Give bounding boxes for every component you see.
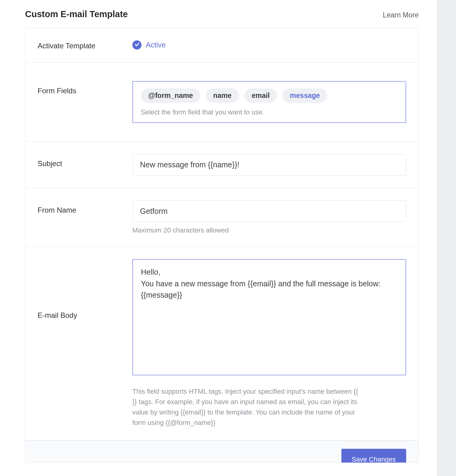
right-gutter xyxy=(437,0,456,476)
section-activate: Activate Template Active xyxy=(25,28,418,63)
settings-card: Activate Template Active Form Fields xyxy=(25,28,419,463)
form-fields-pills: @form_name name email message xyxy=(141,88,398,103)
section-from-name: From Name Maximum 20 characters allowed xyxy=(25,188,418,247)
header: Custom E-mail Template Learn More xyxy=(25,9,419,19)
section-email-body: E-mail Body This field supports HTML tag… xyxy=(25,247,418,441)
field-pill-name[interactable]: name xyxy=(206,88,239,103)
section-form-fields: Form Fields @form_name name email messag… xyxy=(25,63,418,142)
check-icon xyxy=(134,42,140,48)
field-pill-email[interactable]: email xyxy=(245,88,277,103)
activate-status: Active xyxy=(146,41,166,49)
activate-label: Activate Template xyxy=(38,40,132,50)
from-name-hint: Maximum 20 characters allowed xyxy=(132,226,406,234)
subject-input[interactable] xyxy=(132,154,406,176)
form-fields-hint: Select the form field that you want to u… xyxy=(141,108,398,116)
form-fields-label: Form Fields xyxy=(38,81,132,95)
subject-label: Subject xyxy=(38,154,132,168)
card-footer: Save Changes xyxy=(25,441,418,463)
email-body-label: E-mail Body xyxy=(38,259,132,320)
email-body-textarea[interactable] xyxy=(132,259,406,375)
field-pill-message[interactable]: message xyxy=(282,88,327,103)
page-title: Custom E-mail Template xyxy=(25,9,128,19)
from-name-input[interactable] xyxy=(132,200,406,222)
activate-toggle[interactable] xyxy=(132,40,142,50)
form-fields-box: @form_name name email message Select the… xyxy=(132,81,406,123)
email-body-hint: This field supports HTML tags. Inject yo… xyxy=(132,386,359,428)
from-name-label: From Name xyxy=(38,200,132,214)
field-pill-form-name[interactable]: @form_name xyxy=(141,88,200,103)
save-changes-button[interactable]: Save Changes xyxy=(341,449,406,463)
learn-more-link[interactable]: Learn More xyxy=(383,11,419,19)
section-subject: Subject xyxy=(25,142,418,188)
